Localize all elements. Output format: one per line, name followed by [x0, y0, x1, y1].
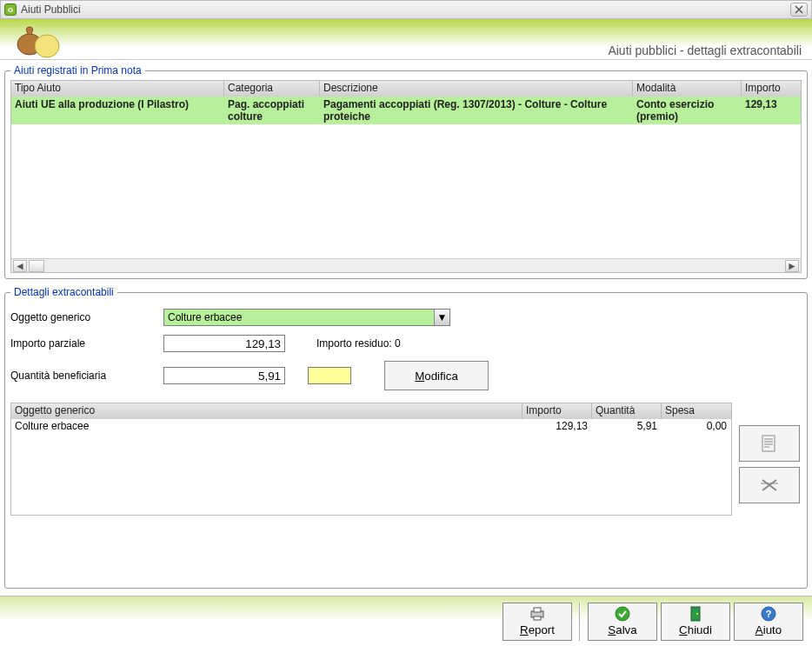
horizontal-scrollbar[interactable]: ◄ ►: [11, 258, 801, 272]
app-icon: G: [4, 3, 17, 16]
chevron-down-icon[interactable]: ▼: [434, 310, 449, 325]
form-area: Oggetto generico Colture erbacee ▼ Impor…: [10, 309, 802, 390]
banner-logo-icon: [7, 22, 77, 58]
prima-nota-legend: Aiuti registrati in Prima nota: [10, 64, 145, 77]
svg-point-8: [696, 613, 698, 615]
col-quantita[interactable]: Quantità: [592, 403, 662, 419]
footer: Report Salva Chiudi ? Aiuto: [0, 596, 812, 646]
table-row[interactable]: Colture erbacee 129,13 5,91 0,00: [11, 419, 731, 435]
banner: Aiuti pubblici - dettagli extracontabili: [0, 19, 812, 60]
delete-button[interactable]: [739, 467, 800, 503]
cell-importo: 129,13: [742, 97, 792, 124]
row3-extras: Modifica: [308, 361, 802, 390]
importo-parziale-input[interactable]: [163, 335, 285, 352]
printer-icon: [529, 606, 546, 622]
cell-importo: 129,13: [522, 419, 592, 435]
window-title: Aiuti Pubblici: [21, 3, 81, 16]
footer-divider: [579, 603, 581, 641]
chiudi-button[interactable]: Chiudi: [661, 603, 730, 641]
prima-nota-fieldset: Aiuti registrati in Prima nota Tipo Aiut…: [4, 64, 808, 279]
title-bar: G Aiuti Pubblici: [0, 0, 812, 19]
col-descrizione[interactable]: Descrizione: [320, 81, 633, 97]
delete-icon: [757, 475, 782, 496]
report-button[interactable]: Report: [503, 603, 572, 641]
dettagli-legend: Dettagli extracontabili: [10, 286, 117, 298]
col-importo[interactable]: Importo: [742, 81, 792, 97]
svg-text:?: ?: [766, 609, 772, 619]
cell-descrizione: Pagamenti accoppiati (Reg. 1307/2013) - …: [320, 97, 633, 124]
cell-categoria: Pag. accoppiati colture: [224, 97, 320, 124]
cell-oggetto: Colture erbacee: [11, 419, 522, 435]
cell-quantita: 5,91: [592, 419, 662, 435]
cell-modalita: Conto esercizio (premio): [633, 97, 742, 124]
door-icon: [689, 606, 702, 622]
edit-button[interactable]: [739, 425, 800, 462]
col-oggetto[interactable]: Oggetto generico: [11, 403, 522, 419]
bottom-grid-wrap: Oggetto generico Importo Quantità Spesa …: [10, 403, 802, 516]
cell-tipo: Aiuti UE alla produzione (I Pilastro): [11, 97, 224, 124]
prima-nota-body: Aiuti UE alla produzione (I Pilastro) Pa…: [11, 97, 801, 258]
col-importo2[interactable]: Importo: [522, 403, 592, 419]
unit-input[interactable]: [308, 367, 351, 384]
svg-point-6: [616, 607, 629, 621]
col-categoria[interactable]: Categoria: [224, 81, 320, 97]
svg-point-1: [35, 35, 59, 57]
scroll-right-arrow[interactable]: ►: [785, 260, 799, 272]
prima-nota-grid[interactable]: Tipo Aiuto Categoria Descrizione Modalit…: [10, 80, 802, 273]
close-button[interactable]: [790, 3, 808, 17]
dettagli-grid-header: Oggetto generico Importo Quantità Spesa: [11, 403, 731, 419]
banner-title: Aiuti pubblici - dettagli extracontabili: [608, 43, 802, 57]
importo-residuo-label: Importo residuo: 0: [316, 337, 802, 350]
salva-button[interactable]: Salva: [588, 603, 657, 641]
check-circle-icon: [615, 606, 630, 622]
label-importo-parziale: Importo parziale: [10, 337, 158, 350]
content-area: Aiuti registrati in Prima nota Tipo Aiut…: [0, 60, 812, 596]
residuo-value: 0: [395, 337, 401, 350]
col-tipo[interactable]: Tipo Aiuto: [11, 81, 224, 97]
document-edit-icon: [757, 433, 782, 454]
close-icon: [795, 5, 803, 14]
cell-spesa: 0,00: [662, 419, 731, 435]
dettagli-fieldset: Dettagli extracontabili Oggetto generico…: [4, 286, 808, 589]
col-modalita[interactable]: Modalità: [633, 81, 742, 97]
oggetto-combo[interactable]: Colture erbacee ▼: [163, 309, 450, 326]
side-buttons: [732, 403, 802, 516]
dettagli-grid[interactable]: Oggetto generico Importo Quantità Spesa …: [10, 403, 732, 516]
scroll-left-arrow[interactable]: ◄: [13, 260, 27, 272]
oggetto-value: Colture erbacee: [164, 311, 434, 323]
label-oggetto: Oggetto generico: [10, 311, 158, 323]
modifica-button[interactable]: Modifica: [384, 361, 489, 390]
svg-rect-2: [762, 436, 775, 451]
label-quantita: Quantità beneficiaria: [10, 370, 158, 382]
svg-rect-5: [534, 616, 541, 620]
svg-rect-4: [534, 608, 541, 612]
scroll-thumb[interactable]: [29, 260, 44, 272]
svg-rect-7: [691, 607, 700, 621]
prima-nota-header: Tipo Aiuto Categoria Descrizione Modalit…: [11, 81, 801, 97]
table-row[interactable]: Aiuti UE alla produzione (I Pilastro) Pa…: [11, 97, 801, 124]
help-icon: ?: [761, 606, 776, 622]
col-spesa[interactable]: Spesa: [662, 403, 731, 419]
quantita-input[interactable]: [163, 367, 285, 384]
aiuto-button[interactable]: ? Aiuto: [734, 603, 803, 641]
residuo-prefix: Importo residuo:: [316, 337, 395, 350]
